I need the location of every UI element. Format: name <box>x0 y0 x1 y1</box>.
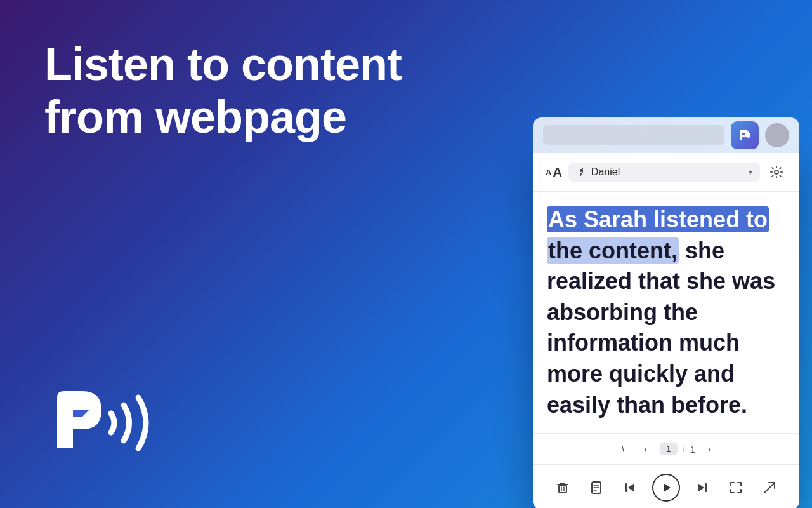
controls-bar <box>533 464 799 508</box>
browser-bar <box>533 117 799 153</box>
logo-area <box>44 378 171 470</box>
pagination-bar: \ ‹ 1 / 1 › <box>533 433 799 464</box>
document-button[interactable] <box>585 476 608 499</box>
expand-button[interactable] <box>724 476 747 499</box>
left-section: Listen to content from webpage <box>44 38 457 144</box>
play-pause-button[interactable] <box>652 474 680 502</box>
app-panel: A A 🎙 Daniel ▾ As Sarah listened to the … <box>533 153 799 508</box>
content-area: As Sarah listened to the content, she re… <box>533 192 799 433</box>
url-bar[interactable] <box>543 125 724 145</box>
current-page: 1 <box>660 443 678 455</box>
right-section: A A 🎙 Daniel ▾ As Sarah listened to the … <box>533 117 799 508</box>
font-size-small: A <box>546 168 551 177</box>
svg-marker-10 <box>664 483 671 492</box>
reading-segment-4: realized that she <box>547 268 726 294</box>
font-size-large: A <box>553 165 561 180</box>
skip-forward-button[interactable] <box>691 476 714 499</box>
svg-point-0 <box>775 170 778 174</box>
svg-rect-1 <box>559 485 566 493</box>
slash-back: \ <box>614 440 632 458</box>
headline: Listen to content from webpage <box>44 38 457 144</box>
delete-button[interactable] <box>551 476 574 499</box>
svg-marker-11 <box>698 483 704 492</box>
headline-line2: from webpage <box>44 91 457 144</box>
browser-app-icon[interactable] <box>731 121 759 149</box>
svg-rect-12 <box>705 483 707 492</box>
font-size-control[interactable]: A A <box>546 165 562 180</box>
panel-header: A A 🎙 Daniel ▾ <box>533 153 799 192</box>
settings-button[interactable] <box>766 162 787 182</box>
page-separator: / <box>683 444 685 455</box>
voice-name: Daniel <box>591 166 743 178</box>
prev-page-button[interactable]: ‹ <box>637 440 655 458</box>
reading-text: As Sarah listened to the content, she re… <box>547 204 785 420</box>
next-page-button[interactable]: › <box>700 440 718 458</box>
skip-back-button[interactable] <box>619 476 641 499</box>
chevron-down-icon: ▾ <box>749 168 752 177</box>
pip-button[interactable] <box>758 476 781 499</box>
voice-selector[interactable]: 🎙 Daniel ▾ <box>568 163 760 182</box>
highlight-segment-1: As Sarah listened to <box>547 206 769 232</box>
headline-line1: Listen to content <box>44 38 457 91</box>
svg-marker-8 <box>628 483 634 492</box>
app-logo <box>44 378 171 467</box>
reading-segment-3: she <box>679 237 724 264</box>
mic-icon: 🎙 <box>576 166 586 178</box>
highlight-segment-2: the content, <box>547 237 679 264</box>
svg-line-13 <box>764 483 775 493</box>
svg-rect-9 <box>625 483 627 492</box>
user-avatar <box>765 123 789 147</box>
total-pages: 1 <box>690 444 695 455</box>
